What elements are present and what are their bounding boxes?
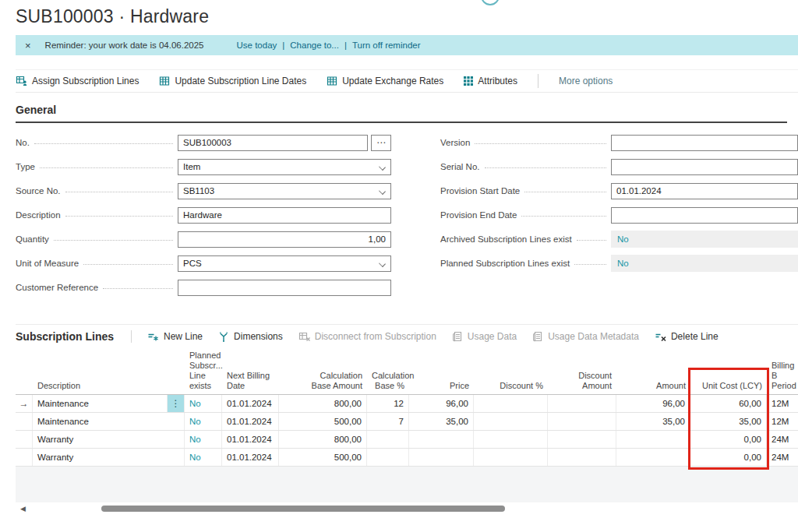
- cell-price[interactable]: [409, 431, 474, 448]
- general-section-heading[interactable]: General: [16, 104, 787, 123]
- usage-data-button[interactable]: Usage Data: [452, 331, 517, 342]
- update-exchange-rates-button[interactable]: Update Exchange Rates: [327, 76, 443, 86]
- delete-line-button[interactable]: Delete Line: [655, 331, 719, 342]
- change-to-link[interactable]: Change to...: [290, 41, 339, 50]
- attributes-button[interactable]: Attributes: [464, 76, 517, 86]
- table-row[interactable]: Warranty No 01.01.2024 800,00 0,00 24M: [16, 431, 798, 449]
- source-no-field[interactable]: [178, 183, 391, 199]
- cell-unit-cost-lcy[interactable]: 0,00: [690, 431, 767, 448]
- cell-discount-amount[interactable]: [548, 449, 616, 466]
- header-discount-amount[interactable]: Discount Amount: [548, 371, 616, 394]
- header-billing-period[interactable]: Billing B Period: [767, 361, 798, 394]
- cell-amount[interactable]: 35,00: [616, 413, 690, 430]
- table-row[interactable]: Warranty No 01.01.2024 500,00 0,00 24M: [16, 449, 798, 467]
- horizontal-scrollbar[interactable]: ◀: [0, 504, 798, 515]
- cell-calculation-base-amount[interactable]: 500,00: [279, 449, 367, 466]
- cell-calculation-base-pct[interactable]: 7: [367, 413, 409, 430]
- customer-reference-field[interactable]: [178, 280, 391, 296]
- cell-billing-period[interactable]: 24M: [767, 449, 798, 466]
- dimensions-button[interactable]: Dimensions: [218, 331, 283, 342]
- cell-unit-cost-lcy[interactable]: 60,00: [690, 395, 767, 412]
- use-today-link[interactable]: Use today: [237, 41, 277, 50]
- header-description[interactable]: Description: [33, 381, 185, 394]
- cell-planned[interactable]: No: [185, 431, 222, 448]
- cell-unit-cost-lcy[interactable]: 35,00: [690, 413, 767, 430]
- row-marker: [16, 431, 33, 448]
- header-amount[interactable]: Amount: [616, 381, 690, 394]
- cell-discount-pct[interactable]: [474, 413, 548, 430]
- scrollbar-thumb[interactable]: [101, 506, 505, 512]
- row-menu-icon[interactable]: ⋮: [168, 395, 184, 412]
- cell-discount-pct[interactable]: [474, 431, 548, 448]
- assign-subscription-lines-button[interactable]: Assign Subscription Lines: [16, 76, 139, 86]
- cell-discount-amount[interactable]: [548, 395, 616, 412]
- attributes-grid-icon: [464, 76, 473, 86]
- provision-start-date-field[interactable]: [611, 183, 798, 199]
- cell-planned[interactable]: No: [185, 413, 222, 430]
- cell-billing-period[interactable]: 12M: [767, 395, 798, 412]
- description-field[interactable]: [178, 207, 391, 224]
- header-discount-pct[interactable]: Discount %: [474, 381, 548, 394]
- update-subscription-line-dates-button[interactable]: Update Subscription Line Dates: [159, 76, 306, 86]
- disconnect-label: Disconnect from Subscription: [315, 331, 436, 342]
- cell-next-billing-date[interactable]: 01.01.2024: [222, 449, 279, 466]
- version-field[interactable]: [611, 135, 798, 151]
- unit-of-measure-field[interactable]: [178, 255, 391, 272]
- cell-description[interactable]: Maintenance: [33, 395, 168, 412]
- scroll-left-icon[interactable]: ◀: [20, 505, 26, 513]
- cell-description[interactable]: Maintenance: [33, 413, 185, 430]
- cell-amount[interactable]: [616, 431, 690, 448]
- cell-unit-cost-lcy[interactable]: 0,00: [690, 449, 767, 466]
- cell-discount-amount[interactable]: [548, 431, 616, 448]
- no-field[interactable]: [178, 135, 368, 151]
- cell-discount-pct[interactable]: [474, 395, 548, 412]
- usage-data-icon: [452, 331, 463, 342]
- cell-price[interactable]: [409, 449, 474, 466]
- subscription-lines-heading[interactable]: Subscription Lines: [16, 330, 114, 343]
- usage-data-metadata-button[interactable]: Usage Data Metadata: [532, 331, 639, 342]
- turn-off-reminder-link[interactable]: Turn off reminder: [352, 41, 421, 50]
- cell-next-billing-date[interactable]: 01.01.2024: [222, 395, 279, 412]
- cell-description[interactable]: Warranty: [33, 431, 185, 448]
- quantity-field[interactable]: [178, 231, 391, 248]
- table-header-row: Description Planned Subscr... Line exist…: [16, 347, 798, 395]
- cell-next-billing-date[interactable]: 01.01.2024: [222, 413, 279, 430]
- separator: |: [344, 41, 347, 50]
- header-calculation-base-pct[interactable]: Calculation Base %: [367, 371, 409, 394]
- type-field[interactable]: [178, 159, 391, 175]
- disconnect-from-subscription-button[interactable]: Disconnect from Subscription: [298, 331, 436, 342]
- cell-calculation-base-amount[interactable]: 500,00: [279, 413, 367, 430]
- dotted-leader: [475, 137, 606, 144]
- provision-end-date-field[interactable]: [611, 207, 798, 224]
- cell-price[interactable]: 35,00: [409, 413, 474, 430]
- cell-price[interactable]: 96,00: [409, 395, 474, 412]
- table-row[interactable]: → Maintenance ⋮ No 01.01.2024 800,00 12 …: [16, 395, 798, 413]
- cell-billing-period[interactable]: 24M: [767, 431, 798, 448]
- close-icon[interactable]: ×: [25, 40, 31, 51]
- cell-amount[interactable]: [616, 449, 690, 466]
- header-unit-cost-lcy[interactable]: Unit Cost (LCY): [690, 381, 767, 394]
- cell-planned[interactable]: No: [185, 449, 222, 466]
- cell-description[interactable]: Warranty: [33, 449, 185, 466]
- new-line-button[interactable]: New Line: [147, 331, 203, 342]
- cell-calculation-base-amount[interactable]: 800,00: [279, 431, 367, 448]
- table-row[interactable]: Maintenance No 01.01.2024 500,00 7 35,00…: [16, 413, 798, 431]
- header-planned-lines[interactable]: Planned Subscr... Line exists: [185, 351, 222, 394]
- header-calculation-base-amount[interactable]: Calculation Base Amount: [279, 371, 367, 394]
- cell-next-billing-date[interactable]: 01.01.2024: [222, 431, 279, 448]
- serial-no-field[interactable]: [611, 159, 798, 175]
- cell-calculation-base-amount[interactable]: 800,00: [279, 395, 367, 412]
- more-options-button[interactable]: More options: [559, 76, 613, 86]
- cell-calculation-base-pct[interactable]: 12: [367, 395, 409, 412]
- cell-discount-pct[interactable]: [474, 449, 548, 466]
- header-next-billing-date[interactable]: Next Billing Date: [222, 371, 279, 394]
- cell-billing-period[interactable]: 12M: [767, 413, 798, 430]
- ellipsis-icon[interactable]: ⋯: [371, 135, 391, 151]
- cell-discount-amount[interactable]: [548, 413, 616, 430]
- cell-amount[interactable]: 96,00: [616, 395, 690, 412]
- page-toolbar: Assign Subscription Lines Update Subscri…: [16, 69, 798, 93]
- cell-planned[interactable]: No: [185, 395, 222, 412]
- cell-calculation-base-pct[interactable]: [367, 431, 409, 448]
- cell-calculation-base-pct[interactable]: [367, 449, 409, 466]
- header-price[interactable]: Price: [409, 381, 474, 394]
